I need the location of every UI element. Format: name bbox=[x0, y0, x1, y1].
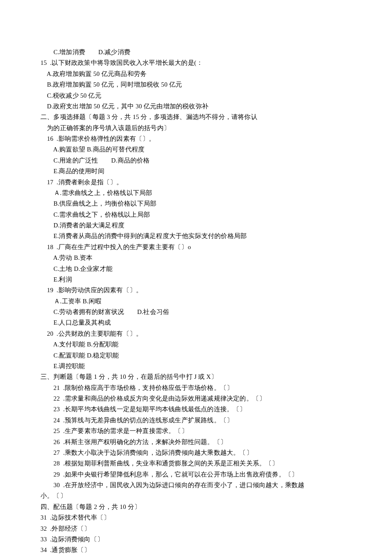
text-line: C.税收减少 50 亿元 bbox=[40, 90, 352, 101]
text-line: 17 .消费者剩余是指〔〕。 bbox=[40, 177, 352, 188]
text-line: E.人口总量及其构成 bbox=[40, 317, 352, 328]
text-line: 为的正确答案的序号填入该题后的括号内〕 bbox=[40, 123, 352, 134]
text-line: E.消费者从商品的消费中得到的满足程度大于他实际支付的价格局部 bbox=[40, 231, 352, 241]
text-line: 27 .乘数大小取决于边际消费倾向，边际消费倾向越大乘数越大。〔〕 bbox=[40, 447, 352, 458]
text-line: A.政府增加购置 50 亿元商品和劳务 bbox=[40, 69, 352, 79]
text-line: B.供应曲线之上，均衡价格以下局部 bbox=[40, 198, 352, 209]
text-line: 30 .在开放经济中，国民收入因为边际进口倾向的存在而变小了，进口倾向越大，乘数… bbox=[40, 480, 352, 491]
text-line: 15 .以下财政政策中将导致国民收入水平增长最大的是(： bbox=[40, 58, 352, 68]
text-line: 21 .限制价格应高于市场价格，支持价格应低于市场价格。〔〕 bbox=[40, 383, 352, 393]
text-line: 34 .通货膨胀〔〕 bbox=[40, 545, 352, 555]
text-line: 24 .预算线与无差异曲线的切点的连线形成生产扩展路线。〔〕 bbox=[40, 415, 352, 426]
text-line: B.政府增加购置 50 亿元，同时增加税收 50 亿元 bbox=[40, 79, 352, 90]
text-line: A.支付职能 B.分配职能 bbox=[40, 339, 352, 350]
text-line: 29 .如果中央银行希望降低利息率，那么，它就可以在公开市场上出售政府债券。〔〕 bbox=[40, 469, 352, 480]
text-line: 四、配伍题〔每题 2 分，共 10 分〕 bbox=[40, 502, 352, 512]
text-line: E.利润 bbox=[40, 274, 352, 285]
text-line: 20 .公共财政的主要职能有〔〕。 bbox=[40, 328, 352, 339]
text-line: 19 .影响劳动供应的因素有〔〕。 bbox=[40, 285, 352, 296]
text-line: D.消费者的最大满足程度 bbox=[40, 220, 352, 231]
text-line: 31 .边际技术替代率〔〕 bbox=[40, 512, 352, 523]
text-line: 二、多项选择题〔每题 3 分，共 15 分，多项选择、漏选均不得分，请将你认 bbox=[40, 112, 352, 122]
text-line: Ａ.工资率 B.闲暇 bbox=[40, 296, 352, 307]
text-line: A.劳动 B.资本 bbox=[40, 253, 352, 263]
text-line: C.配置职能 D.稳定职能 bbox=[40, 350, 352, 361]
text-line: 28 .根据短期菲利普斯曲线，失业率和通货膨胀之间的关系是正相关关系。〔〕 bbox=[40, 458, 352, 469]
text-line: C.劳动者拥有的财富状况 D.社会习俗 bbox=[40, 307, 352, 317]
text-line: D.政府支出增加 50 亿元，其中 30 亿元由增加的税收弥补 bbox=[40, 101, 352, 112]
text-line: C.增加消费 D.减少消费 bbox=[40, 47, 352, 58]
text-line: 18 .厂商在生产过程中投入的生产要素主要有〔〕o bbox=[40, 242, 352, 253]
document-body: C.增加消费 D.减少消费15 .以下财政政策中将导致国民收入水平增长最大的是(… bbox=[40, 47, 352, 555]
text-line: 32 .外部经济〔〕 bbox=[40, 523, 352, 534]
text-line: 26 .科斯主张用产权明确化的方法，来解决外部性问题。〔〕 bbox=[40, 437, 352, 447]
text-line: E.调控职能 bbox=[40, 361, 352, 372]
text-line: 33 .边际消费倾向〔〕 bbox=[40, 534, 352, 545]
text-line: A.购置欲望 B.商品的可替代程度 bbox=[40, 144, 352, 155]
text-line: C.需求曲线之下，价格线以上局部 bbox=[40, 209, 352, 220]
text-line: C.土地 D.企业家才能 bbox=[40, 264, 352, 274]
text-line: 25 .生产要素市场的需求是一种直接需求。〔〕 bbox=[40, 426, 352, 436]
text-line: 小。〔〕 bbox=[40, 491, 352, 501]
text-line: 16 .影响需求价格弹性的因素有〔〕。 bbox=[40, 134, 352, 144]
text-line: Ａ.需求曲线之上，价格线以下局部 bbox=[40, 188, 352, 198]
document-page: C.增加消费 D.减少消费15 .以下财政政策中将导致国民收入水平增长最大的是(… bbox=[0, 0, 392, 555]
text-line: 23 .长期平均本钱曲线一定是短期平均本钱曲线最低点的连接。〔〕 bbox=[40, 404, 352, 415]
text-line: 22 .需求量和商品的价格成反方向变化是由边际效用递减规律决定的。〔〕 bbox=[40, 393, 352, 404]
text-line: 三、判断题〔每题 1 分，共 10 分，在题后的括号中打 J 或 X〕 bbox=[40, 372, 352, 382]
text-line: C.用途的广泛性 D.商品的价格 bbox=[40, 155, 352, 166]
text-line: E.商品的使用时间 bbox=[40, 166, 352, 177]
